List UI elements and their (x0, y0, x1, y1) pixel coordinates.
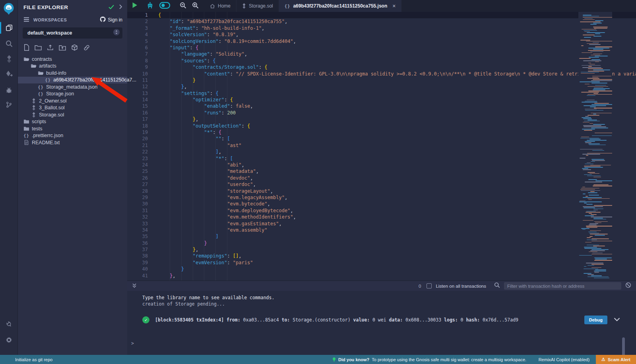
editor-tab[interactable]: {}a69b43f277ba20fcac141151250ca755.json× (279, 0, 402, 12)
clear-console-icon[interactable] (625, 282, 631, 290)
code-line[interactable]: 32 "evm.methodIdentifiers", (127, 214, 636, 220)
git-init-button[interactable]: Initialize as git repo (0, 357, 52, 362)
tx-expand-icon[interactable] (614, 317, 620, 323)
plugin-manager-icon[interactable] (0, 317, 18, 331)
tree-item[interactable]: {}.prettierrc.json (18, 132, 127, 139)
code-line[interactable]: 14 "optimizer": { (127, 97, 636, 103)
code-line[interactable]: 19 "*": { (127, 129, 636, 136)
code-line[interactable]: 22 ], (127, 149, 636, 155)
code-line[interactable]: 29 "evm.legacyAssembly", (127, 194, 636, 201)
scam-alert-label: Scam Alert (608, 357, 630, 362)
code-line[interactable]: 6 "input": { (127, 45, 636, 51)
settings-icon[interactable] (0, 333, 18, 347)
code-line[interactable]: 18 "outputSelection": { (127, 123, 636, 129)
expand-panel-icon[interactable] (119, 4, 122, 11)
copilot-toggle[interactable] (159, 2, 170, 10)
json-file-icon: {} (37, 85, 44, 89)
code-line[interactable]: 23 "*": [ (127, 155, 636, 162)
code-line[interactable]: 21 "ast" (127, 142, 636, 149)
debug-button[interactable]: Debug (584, 316, 607, 324)
tree-item[interactable]: build-info (18, 70, 127, 77)
code-line[interactable]: 15 "enabled": false, (127, 103, 636, 109)
file-explorer-icon[interactable] (0, 21, 18, 35)
tree-item[interactable]: README.txt (18, 139, 127, 146)
upload-folder-icon[interactable] (59, 45, 66, 52)
tree-item[interactable]: {}Storage.json (18, 91, 127, 98)
zoom-out-icon[interactable] (180, 2, 186, 10)
code-line[interactable]: 27 "userdoc", (127, 181, 636, 188)
tree-item[interactable]: {}a69b43f277ba20fcac141151250ca7... (18, 77, 127, 84)
code-line[interactable]: 40 } (127, 266, 636, 272)
code-line[interactable]: 41 }, (127, 273, 636, 279)
tree-item[interactable]: 2_Owner.sol (18, 97, 127, 105)
copilot-status[interactable]: RemixAI Copilot (enabled) (539, 357, 589, 362)
code-line[interactable]: 10 "content": "// SPDX-License-Identifie… (127, 71, 636, 77)
code-line[interactable]: 13 "settings": { (127, 90, 636, 97)
did-you-know-tip: Did you know? To prototype using the Gno… (332, 357, 526, 362)
code-line[interactable]: 3 "_format": "hh-sol-build-info-1", (127, 25, 636, 31)
editor-tab[interactable]: Storage.sol (237, 0, 279, 12)
code-line[interactable]: 4 "solcVersion": "0.8.19", (127, 31, 636, 38)
code-line[interactable]: 26 "devdoc", (127, 175, 636, 181)
editor-tab[interactable]: Home (204, 0, 237, 12)
ai-bot-icon[interactable] (146, 2, 154, 10)
code-line[interactable]: 30 "evm.bytecode", (127, 201, 636, 207)
search-icon[interactable] (0, 37, 18, 50)
terminal-prompt[interactable]: > (131, 341, 134, 346)
workspace-select[interactable]: default_workspace (23, 27, 122, 39)
code-line[interactable]: 1{ (127, 12, 636, 18)
tree-item[interactable]: 3_Ballot.sol (18, 105, 127, 112)
workspaces-menu-icon[interactable] (23, 16, 29, 23)
scam-alert-button[interactable]: ⚠Scam Alert (596, 355, 636, 364)
code-line[interactable]: 37 }, (127, 246, 636, 253)
deploy-run-icon[interactable] (0, 68, 18, 81)
tx-filter-input[interactable] (504, 282, 621, 290)
upload-file-icon[interactable] (47, 44, 54, 52)
solidity-compiler-icon[interactable] (0, 52, 18, 66)
listen-all-checkbox[interactable] (427, 283, 432, 288)
code-line[interactable]: 7 "language": "Solidity", (127, 51, 636, 57)
tree-item[interactable]: contracts (18, 56, 127, 63)
code-line[interactable]: 16 "runs": 200 (127, 110, 636, 116)
tree-item[interactable]: {}Storage_metadata.json (18, 83, 127, 91)
link-icon[interactable] (83, 45, 90, 52)
code-line[interactable]: 12 }, (127, 83, 636, 90)
debugger-icon[interactable] (0, 83, 18, 97)
code-line[interactable]: 20 "": [ (127, 136, 636, 142)
new-file-icon[interactable] (24, 44, 29, 52)
close-tab-icon[interactable]: × (392, 3, 396, 9)
code-line[interactable]: 36 } (127, 240, 636, 246)
tree-item[interactable]: Storage.sol (18, 111, 127, 118)
tree-item[interactable]: tests (18, 125, 127, 132)
code-area[interactable]: 1{2 "id": "a69b43f277ba20fcac141151250ca… (127, 12, 636, 281)
run-script-icon[interactable] (132, 2, 138, 10)
sign-in-button[interactable]: Sign in (100, 16, 122, 23)
code-line[interactable]: 33 "evm.gasEstimates", (127, 221, 636, 227)
code-line[interactable]: 31 "evm.deployedBytecode", (127, 207, 636, 214)
file-actions-toolbar (18, 39, 127, 55)
collapse-terminal-icon[interactable] (132, 283, 137, 290)
terminal-body[interactable]: Type the library name to see available c… (127, 291, 636, 355)
code-line[interactable]: 11 } (127, 77, 636, 83)
minimap[interactable] (578, 12, 612, 281)
code-line[interactable]: 2 "id": "a69b43f277ba20fcac141151250ca75… (127, 18, 636, 25)
ipfs-cube-icon[interactable] (71, 44, 78, 52)
code-line[interactable]: 5 "solcLongVersion": "0.8.19+commit.7dd6… (127, 38, 636, 45)
git-icon[interactable] (0, 98, 18, 111)
new-folder-icon[interactable] (35, 45, 42, 52)
transaction-row[interactable]: ✓ [block:5583405 txIndex:4] from: 0xa03.… (142, 316, 620, 324)
zoom-in-icon[interactable] (192, 2, 199, 10)
code-line[interactable]: 17 }, (127, 116, 636, 122)
line-number: 18 (127, 123, 148, 129)
tree-item[interactable]: artifacts (18, 63, 127, 70)
code-line[interactable]: 28 "storageLayout", (127, 188, 636, 194)
code-line[interactable]: 25 "metadata", (127, 168, 636, 174)
code-line[interactable]: 9 "contracts/Storage.sol": { (127, 64, 636, 70)
tree-item[interactable]: scripts (18, 118, 127, 126)
code-line[interactable]: 38 "remappings": [], (127, 253, 636, 259)
code-line[interactable]: 39 "evmVersion": "paris" (127, 259, 636, 266)
code-line[interactable]: 24 "abi", (127, 162, 636, 168)
code-line[interactable]: 8 "sources": { (127, 58, 636, 64)
code-line[interactable]: 34 "evm.assembly" (127, 227, 636, 233)
code-line[interactable]: 35 ] (127, 233, 636, 240)
